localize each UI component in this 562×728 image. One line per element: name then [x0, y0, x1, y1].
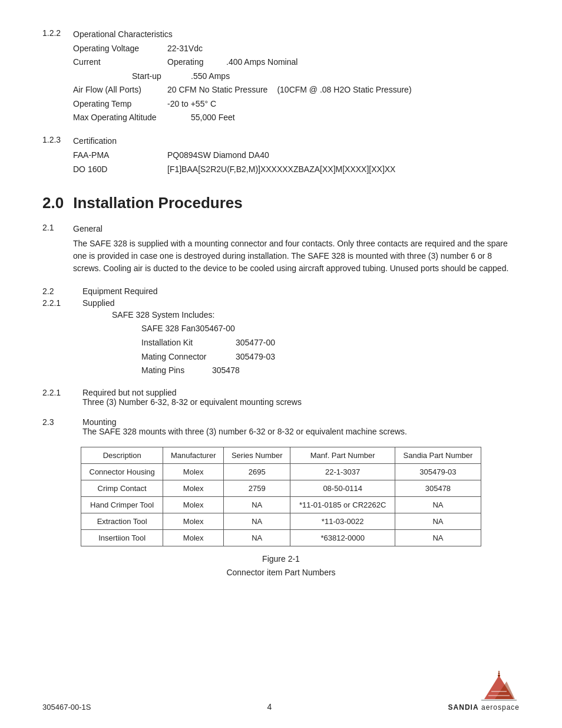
col-series: Series Number: [224, 447, 290, 464]
svg-point-6: [498, 671, 500, 672]
svg-point-5: [498, 673, 500, 674]
figure-num: Figure 2-1: [81, 552, 481, 565]
section-221b: 2.2.1 Required but not supplied Three (3…: [42, 388, 520, 407]
section-221a-title: Supplied: [82, 298, 275, 308]
do-label: DO 160D: [73, 163, 167, 176]
table-row: Extraction ToolMolexNA*11-03-0022NA: [81, 513, 481, 530]
col-manf-part: Manf. Part Number: [290, 447, 395, 464]
svg-point-4: [498, 674, 500, 677]
table-row: Hand Crimper ToolMolexNA*11-01-0185 or C…: [81, 497, 481, 513]
section-23-title: Mounting: [82, 417, 407, 427]
section-21-title: General: [73, 223, 520, 235]
figure-caption: Figure 2-1 Connector item Part Numbers: [81, 552, 481, 579]
section-22: 2.2 Equipment Required 2.2.1 Supplied SA…: [42, 286, 520, 377]
section-20-title: Installation Procedures: [73, 194, 243, 212]
fan-line: SAFE 328 Fan305467-00: [141, 322, 275, 335]
table-cell-1: Molex: [163, 497, 224, 513]
section-20-heading: 2.0 Installation Procedures: [42, 194, 520, 212]
col-manufacturer: Manufacturer: [163, 447, 224, 464]
section-123-title: Certification: [73, 135, 520, 147]
table-cell-4: NA: [395, 497, 481, 513]
section-23-para: The SAFE 328 mounts with three (3) numbe…: [82, 427, 407, 436]
parts-table-container: Description Manufacturer Series Number M…: [81, 447, 481, 579]
mating-conn-value: 305479-03: [236, 350, 275, 363]
table-cell-3: *63812-0000: [290, 530, 395, 546]
table-cell-2: NA: [224, 513, 290, 530]
section-122-title: Operational Characteristics: [73, 28, 520, 41]
footer: 305467-00-1S 4 SANDIA: [0, 671, 562, 711]
section-20-num: 2.0: [42, 194, 64, 212]
airflow-label: Air Flow (All Ports): [73, 83, 167, 96]
table-cell-3: *11-03-0022: [290, 513, 395, 530]
table-row: Connector HousingMolex269522-1-303730547…: [81, 464, 481, 480]
faa-value: PQ0894SW Diamond DA40: [167, 149, 269, 162]
section-123: 1.2.3 Certification FAA-PMA PQ0894SW Dia…: [42, 135, 520, 176]
section-221a-num: 2.2.1: [42, 298, 75, 377]
section-21-num: 2.1: [42, 223, 66, 276]
table-cell-4: 305479-03: [395, 464, 481, 480]
op-voltage-value: 22-31Vdc: [167, 42, 203, 55]
table-cell-4: NA: [395, 513, 481, 530]
do-value: [F1]BAA[S2R2U(F,B2,M)]XXXXXXZBAZA[XX]M[X…: [167, 163, 395, 176]
sandia-logo-icon: [478, 671, 520, 703]
section-221b-num: 2.2.1: [42, 388, 75, 407]
system-label: SAFE 328 System Includes:: [112, 309, 275, 321]
section-23-num: 2.3: [42, 417, 75, 436]
footer-logo: SANDIA aerospace: [448, 671, 520, 711]
table-cell-4: NA: [395, 530, 481, 546]
table-cell-1: Molex: [163, 464, 224, 480]
mating-pins-value: 305478: [212, 364, 240, 377]
section-221b-title: Required but not supplied: [82, 388, 302, 397]
section-221b-para: Three (3) Number 6-32, 8-32 or equivalen…: [82, 397, 302, 407]
op-voltage-label: Operating Voltage: [73, 42, 167, 55]
install-kit-value: 305477-00: [236, 336, 275, 349]
section-122: 1.2.2 Operational Characteristics Operat…: [42, 28, 520, 124]
logo-aerospace: aerospace: [481, 703, 520, 711]
max-alt-value: 55,000 Feet: [191, 111, 235, 124]
airflow-note: (10CFM @ .08 H2O Static Pressure): [277, 83, 411, 96]
table-row: Insertiion ToolMolexNA*63812-0000NA: [81, 530, 481, 546]
faa-label: FAA-PMA: [73, 149, 167, 162]
table-cell-3: 22-1-3037: [290, 464, 395, 480]
section-22-title: Equipment Required: [82, 286, 158, 296]
section-21-para: The SAFE 328 is supplied with a mounting…: [73, 238, 520, 275]
table-cell-0: Connector Housing: [81, 464, 163, 480]
logo-text: SANDIA aerospace: [448, 703, 520, 711]
page: 1.2.2 Operational Characteristics Operat…: [0, 0, 562, 728]
parts-table: Description Manufacturer Series Number M…: [81, 447, 481, 546]
table-cell-0: Extraction Tool: [81, 513, 163, 530]
logo-sandia: SANDIA: [448, 703, 479, 711]
figure-caption-text: Connector item Part Numbers: [81, 566, 481, 579]
table-cell-0: Crimp Contact: [81, 480, 163, 497]
footer-page-number: 4: [267, 702, 272, 711]
current-startup-value: .550 Amps: [191, 70, 230, 83]
table-cell-2: 2695: [224, 464, 290, 480]
table-cell-2: NA: [224, 530, 290, 546]
op-temp-label: Operating Temp: [73, 97, 167, 110]
table-header-row: Description Manufacturer Series Number M…: [81, 447, 481, 464]
current-op-value: .400 Amps Nominal: [226, 55, 297, 68]
op-temp-value: -20 to +55° C: [167, 97, 216, 110]
mating-conn-label: Mating Connector: [141, 350, 236, 363]
table-cell-4: 305478: [395, 480, 481, 497]
max-alt-label: Max Operating Altitude: [73, 111, 191, 124]
table-cell-1: Molex: [163, 530, 224, 546]
table-cell-1: Molex: [163, 513, 224, 530]
table-row: Crimp ContactMolex275908-50-0114305478: [81, 480, 481, 497]
table-cell-0: Hand Crimper Tool: [81, 497, 163, 513]
current-op-label: Operating: [167, 55, 226, 68]
airflow-value: 20 CFM No Static Pressure: [167, 83, 267, 96]
mating-pins-label: Mating Pins: [141, 364, 212, 377]
table-cell-3: *11-01-0185 or CR2262C: [290, 497, 395, 513]
svg-rect-7: [481, 700, 517, 701]
section-23: 2.3 Mounting The SAFE 328 mounts with th…: [42, 417, 520, 436]
section-122-num: 1.2.2: [42, 28, 66, 124]
section-123-num: 1.2.3: [42, 135, 66, 176]
col-sandia-part: Sandia Part Number: [395, 447, 481, 464]
section-21: 2.1 General The SAFE 328 is supplied wit…: [42, 223, 520, 276]
table-cell-1: Molex: [163, 480, 224, 497]
table-cell-3: 08-50-0114: [290, 480, 395, 497]
col-description: Description: [81, 447, 163, 464]
table-cell-0: Insertiion Tool: [81, 530, 163, 546]
install-kit-label: Installation Kit: [141, 336, 236, 349]
